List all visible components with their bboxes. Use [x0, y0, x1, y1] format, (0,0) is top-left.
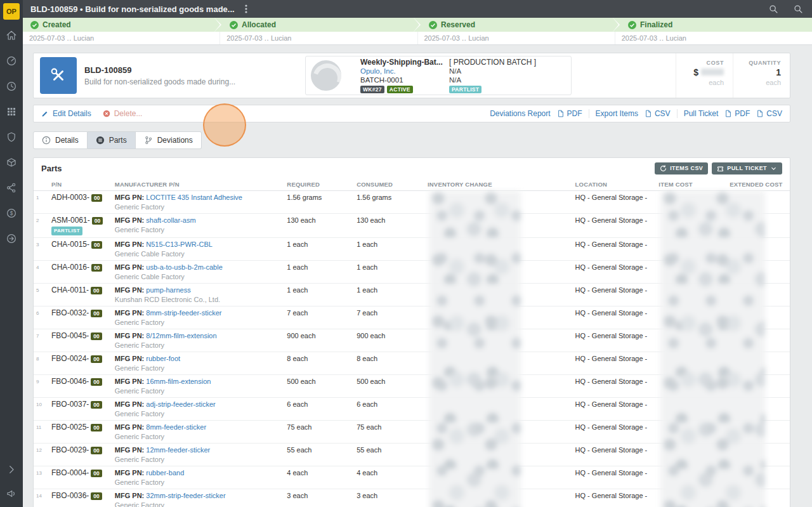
- tab-deviations[interactable]: Deviations: [136, 131, 202, 149]
- home-icon[interactable]: [6, 30, 17, 41]
- consumed-cell: 4 each: [354, 469, 425, 487]
- required-cell: 55 each: [284, 446, 354, 464]
- collapse-chevron-icon[interactable]: [6, 464, 17, 475]
- apps-grid-icon[interactable]: [6, 106, 17, 117]
- tab-details[interactable]: Details: [33, 131, 88, 149]
- export-items-link[interactable]: Export Items: [596, 109, 638, 118]
- manufacturer-name: Generic Factory: [115, 456, 285, 464]
- table-row: 13 FBO-0004-00 MFG PN: rubber-band Gener…: [34, 466, 790, 489]
- mfg-pn-link[interactable]: rubber-band: [146, 469, 184, 477]
- build-type-icon: [40, 57, 77, 94]
- column-header-consumed: CONSUMED: [354, 181, 425, 188]
- pull-ticket-button[interactable]: PULL TICKET: [712, 162, 782, 174]
- tab-parts[interactable]: Parts: [88, 131, 136, 149]
- location-cell: HQ - General Storage -: [573, 492, 657, 507]
- mfg-pn-link[interactable]: N515-C13-PWR-CBL: [146, 240, 213, 248]
- app-logo[interactable]: OP: [3, 3, 20, 20]
- row-number: 2: [34, 216, 49, 235]
- currency-icon[interactable]: $: [6, 207, 17, 219]
- mfg-pn-link[interactable]: LOCTITE 435 Instant Adhesive: [146, 194, 242, 201]
- dashboard-icon[interactable]: [6, 55, 17, 67]
- manufacturer-cell: MFG PN: adj-strip-feeder-sticker Generic…: [112, 400, 285, 418]
- required-cell: 4 each: [284, 469, 354, 487]
- edit-details-button[interactable]: Edit Details: [41, 109, 91, 118]
- table-row: 10 FBO-0037-00 MFG PN: adj-strip-feeder-…: [34, 398, 790, 421]
- manufacturer-cell: MFG PN: rubber-foot Generic Factory: [112, 355, 285, 372]
- inventory-change-cell: [425, 194, 573, 211]
- extended-cost-cell: [727, 423, 790, 441]
- delete-button[interactable]: Delete...: [103, 109, 143, 118]
- location-cell: HQ - General Storage -: [573, 286, 657, 304]
- row-number: 5: [34, 286, 49, 304]
- shield-icon[interactable]: [6, 131, 17, 143]
- actions-bar: Edit Details Delete... Deviations Report…: [33, 105, 790, 122]
- workflow-progress: Created Allocated Reserved Finalized: [23, 18, 812, 32]
- items-csv-button[interactable]: ITEMS CSV: [655, 162, 708, 174]
- partlist-badge: PARTLIST: [449, 86, 481, 93]
- mfg-pn-prefix: MFG PN:: [115, 194, 144, 201]
- export-csv-link[interactable]: CSV: [645, 109, 671, 118]
- item-cost-cell: [656, 423, 727, 441]
- check-circle-icon: [429, 21, 437, 29]
- manufacturer-cell: MFG PN: 8/12mm-film-extension Generic Fa…: [112, 332, 285, 350]
- step-meta: 2025-07-03 ‥ Lucian: [220, 32, 417, 44]
- revision-badge: 00: [92, 217, 103, 225]
- company-link[interactable]: Opulo, Inc.: [360, 67, 444, 76]
- package-icon[interactable]: [6, 157, 17, 168]
- mfg-pn-link[interactable]: 8mm-strip-feeder-sticker: [146, 309, 221, 317]
- pull-ticket-pdf-link[interactable]: PDF: [724, 109, 750, 118]
- mfg-pn-link[interactable]: 32mm-strip-feeder-sticker: [146, 492, 225, 499]
- item-cost-cell: [656, 286, 727, 304]
- column-header-location: LOCATION: [573, 181, 657, 188]
- manufacturer-name: Generic Factory: [115, 433, 285, 441]
- mfg-pn-link[interactable]: shaft-collar-asm: [146, 216, 195, 224]
- item-cost-cell: [656, 469, 727, 487]
- inventory-change-cell: [425, 309, 573, 327]
- build-id: BLD-100859: [84, 65, 300, 75]
- item-cost-cell: [656, 194, 727, 211]
- required-cell: 500 each: [284, 378, 354, 395]
- inventory-change-cell: [425, 332, 573, 350]
- mfg-pn-link[interactable]: 8/12mm-film-extension: [146, 332, 216, 339]
- mfg-pn-link[interactable]: usb-a-to-usb-b-2m-cable: [146, 263, 222, 271]
- required-cell: 7 each: [284, 309, 354, 327]
- consumed-cell: 55 each: [354, 446, 425, 464]
- revision-badge: 00: [91, 424, 102, 431]
- mfg-pn-link[interactable]: 12mm-feeder-sticker: [146, 446, 210, 454]
- mfg-pn-link[interactable]: 8mm-feeder-sticker: [146, 423, 206, 431]
- deviations-pdf-link[interactable]: PDF: [557, 109, 582, 118]
- go-to-icon[interactable]: [6, 233, 17, 244]
- extended-cost-cell: [727, 309, 790, 327]
- manufacturer-name: Generic Factory: [115, 319, 285, 327]
- share-icon[interactable]: [6, 182, 17, 194]
- kebab-menu-icon[interactable]: [245, 4, 247, 13]
- part-number-cell: CHA-0011-00: [49, 286, 112, 304]
- pull-ticket-csv-link[interactable]: CSV: [756, 109, 782, 118]
- item-cost-cell: [656, 309, 727, 327]
- mfg-pn-link[interactable]: adj-strip-feeder-sticker: [146, 400, 215, 408]
- manufacturer-cell: MFG PN: pump-harness Kunshan RCD Electro…: [112, 286, 285, 304]
- revision-badge: 00: [91, 355, 102, 363]
- global-search-icon[interactable]: [794, 4, 803, 14]
- part-number-cell: FBO-0036-00: [49, 492, 112, 507]
- refresh-icon: [660, 165, 667, 172]
- announcement-icon[interactable]: [6, 488, 17, 499]
- required-cell: 1 each: [284, 240, 354, 258]
- inventory-change-cell: [425, 240, 573, 258]
- search-icon[interactable]: [769, 4, 778, 14]
- mfg-pn-prefix: MFG PN:: [115, 216, 144, 224]
- step-label: Allocated: [242, 20, 276, 29]
- mfg-pn-link[interactable]: rubber-foot: [146, 355, 180, 362]
- mfg-pn-link[interactable]: pump-harness: [146, 286, 190, 294]
- table-row: 4 CHA-0016-00 MFG PN: usb-a-to-usb-b-2m-…: [34, 261, 790, 284]
- deviations-report-link[interactable]: Deviations Report: [490, 109, 550, 118]
- pull-ticket-link[interactable]: Pull Ticket: [684, 109, 719, 118]
- history-icon[interactable]: [6, 81, 17, 92]
- mfg-pn-link[interactable]: 16mm-film-extension: [146, 378, 211, 385]
- cost-label: COST: [676, 60, 724, 66]
- item-cost-cell: [656, 355, 727, 372]
- chevron-down-icon: [770, 165, 777, 172]
- revision-badge: 00: [91, 194, 102, 202]
- extended-cost-cell: [727, 446, 790, 464]
- workflow-dates: 2025-07-03 ‥ Lucian 2025-07-03 ‥ Lucian …: [23, 32, 812, 45]
